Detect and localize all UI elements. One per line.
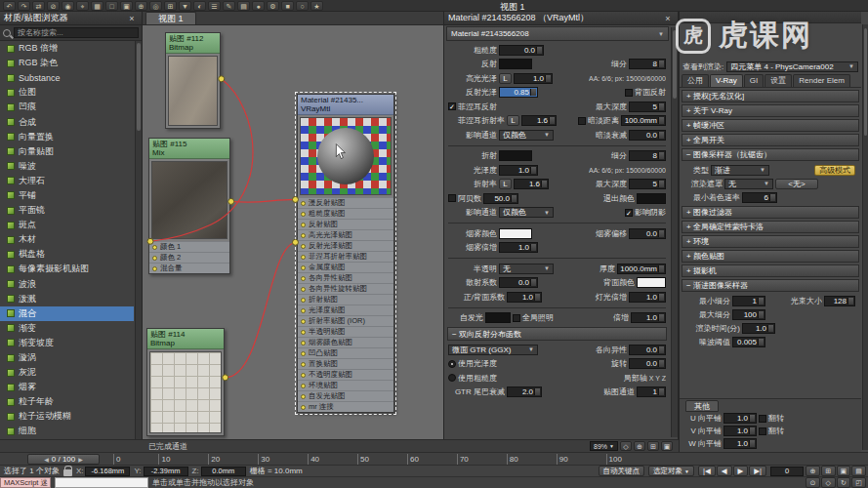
button[interactable]: L [499, 73, 512, 84]
rollout-header[interactable]: + 摄影机 [682, 264, 859, 277]
radio-button[interactable]: 使用粗糙度 [448, 373, 497, 384]
browser-item[interactable]: 每像素摄影机贴图 [0, 262, 134, 276]
checkbox[interactable]: 暗淡距离 [578, 115, 619, 126]
snaps-toggle-icon[interactable]: ★ [310, 1, 323, 11]
browser-item[interactable]: RGB 染色 [0, 56, 134, 70]
pan-view-icon[interactable]: ◇ [620, 441, 632, 451]
slot-socket-icon[interactable] [301, 298, 306, 303]
node-slot[interactable]: 各向异性旋转贴图 [298, 283, 393, 294]
value-spinner[interactable]: 1000.0mm [617, 264, 666, 274]
node-slot[interactable]: mr 连接 [298, 401, 393, 412]
tab-other[interactable]: 其他 [685, 400, 719, 412]
value-spinner[interactable]: 5 [629, 102, 666, 112]
slot-socket-icon[interactable] [301, 384, 306, 388]
button[interactable]: L [507, 115, 519, 126]
node-slot[interactable]: 光泽度贴图 [298, 305, 393, 315]
browser-item[interactable]: 灰泥 [0, 365, 134, 380]
value-spinner[interactable]: 5 [629, 179, 666, 189]
prev-key-icon[interactable]: ◀ [44, 456, 49, 463]
browser-scrollbar[interactable] [135, 41, 142, 439]
value-spinner[interactable]: 1.0 [742, 323, 775, 334]
browser-item[interactable]: RGB 倍增 [0, 41, 134, 56]
node-mix-115[interactable]: 贴图 #115 Mix 颜色 1 颜色 2 混合量 [148, 138, 230, 274]
color-swatch[interactable] [499, 228, 532, 239]
render-tab[interactable]: GI [744, 74, 764, 87]
rollout-header[interactable]: − 图像采样器（抗锯齿） [682, 148, 859, 161]
render-tab[interactable]: 设置 [765, 74, 792, 87]
value-spinner[interactable]: 1.0 [499, 165, 538, 176]
bind-to-space-warp-icon[interactable]: ◉ [62, 1, 74, 11]
render-tab[interactable]: 公用 [682, 74, 709, 87]
use-pivot-center-icon[interactable]: ◐ [193, 1, 206, 11]
maximize-viewport-icon[interactable]: ◰ [851, 477, 866, 488]
checkbox[interactable]: ✓菲涅耳反射 [448, 102, 497, 112]
pan-icon[interactable]: ◇ [821, 477, 836, 488]
go-to-end-button[interactable]: ▶| [749, 466, 766, 476]
value-spinner[interactable]: 1.6 [514, 179, 549, 189]
browser-item[interactable]: 漩涡 [0, 350, 134, 365]
value-spinner[interactable]: 2.0 [507, 386, 542, 397]
color-swatch[interactable] [637, 277, 666, 288]
browser-item[interactable]: 合成 [0, 114, 134, 129]
layer-manager-icon[interactable]: ☰ [208, 1, 221, 11]
node-slot[interactable]: 折射率贴图 (IOR) [298, 315, 393, 326]
slot-socket-icon[interactable] [301, 308, 306, 313]
value-spinner[interactable]: 1.0 [499, 242, 538, 253]
node-slot[interactable]: 颜色 2 [149, 252, 229, 263]
value-spinner[interactable]: 6 [742, 192, 777, 203]
maxscript-listener-field[interactable] [55, 477, 148, 488]
value-spinner[interactable]: 0.0 [629, 358, 666, 369]
value-spinner[interactable]: 1.0 [723, 426, 757, 436]
next-key-icon[interactable]: ▶ [78, 456, 83, 463]
zoom-extents-icon[interactable]: ▣ [661, 441, 673, 451]
browser-item[interactable]: 泼溅 [0, 292, 134, 306]
material-preview[interactable] [300, 117, 392, 195]
render-tab[interactable]: V-Ray [710, 74, 743, 87]
node-slot[interactable]: 颜色 1 [149, 241, 229, 252]
slot-socket-icon[interactable] [301, 201, 306, 206]
rollout-header[interactable]: + 环境 [682, 235, 859, 248]
wire[interactable] [231, 199, 296, 202]
rollout-header[interactable]: + 全局确定性蒙特卡洛 [682, 221, 859, 233]
previous-frame-button[interactable]: ◀ [717, 466, 732, 476]
node-bitmap-112[interactable]: 贴图 #112 Bitmap [165, 32, 221, 129]
select-by-name-icon[interactable]: ▦ [91, 1, 103, 11]
view-to-render-dropdown[interactable]: 四元菜单 4 - PhysCamera002 ▼ [726, 61, 858, 72]
select-and-link-icon[interactable]: ⇄ [32, 1, 45, 11]
bitmap-thumbnail[interactable] [168, 56, 218, 126]
lock-selection-icon[interactable] [63, 469, 72, 476]
value-spinner[interactable]: 1.0 [507, 292, 542, 303]
undo-icon[interactable]: ↶ [3, 1, 16, 11]
node-header[interactable]: 贴图 #114 Bitmap [147, 329, 224, 349]
value-spinner[interactable]: 0.0 [629, 345, 666, 355]
node-slot[interactable]: 置换贴图 [298, 358, 393, 369]
key-mode-dropdown[interactable]: 选定对象 ▼ [648, 466, 694, 476]
node-bitmap-114[interactable]: 贴图 #114 Bitmap [146, 328, 225, 436]
dropdown[interactable]: 渐进▼ [711, 165, 769, 176]
window-crossing-icon[interactable]: ▣ [120, 1, 133, 11]
rollout-header[interactable]: + 全局开关 [682, 134, 859, 146]
color-swatch[interactable] [499, 59, 532, 69]
material-name-dropdown[interactable]: Material #2143566208 ▼ [446, 26, 669, 41]
node-header[interactable]: 贴图 #112 Bitmap [166, 33, 220, 54]
browser-item[interactable]: 凹痕 [0, 100, 134, 114]
checkbox[interactable]: ✓影响阴影 [625, 207, 666, 218]
x-field[interactable]: -6.168mm [85, 467, 130, 476]
node-slot[interactable]: 自发光贴图 [298, 390, 393, 401]
browser-item[interactable]: Substance [0, 70, 134, 85]
browser-item[interactable]: 粒子年龄 [0, 394, 134, 409]
slot-socket-icon[interactable] [301, 373, 306, 378]
checkbox[interactable]: 全局照明 [513, 312, 554, 323]
close-icon[interactable] [662, 14, 674, 23]
node-header[interactable]: 贴图 #115 Mix [149, 139, 229, 159]
bitmap-thumbnail[interactable] [149, 351, 222, 433]
rollout-header[interactable]: + 关于 V-Ray [682, 104, 859, 117]
zoom-all-icon[interactable]: ⊞ [821, 466, 836, 476]
slot-socket-icon[interactable] [301, 394, 306, 399]
slot-socket-icon[interactable] [301, 405, 306, 410]
browser-item[interactable]: 细胞 [0, 424, 134, 438]
y-field[interactable]: -2.39mm [144, 467, 188, 476]
node-slot[interactable]: 漫反射贴图 [298, 197, 393, 208]
reference-coordinate-icon[interactable]: ▼ [179, 1, 191, 11]
tab-view1[interactable]: 视图 1 [145, 12, 196, 24]
